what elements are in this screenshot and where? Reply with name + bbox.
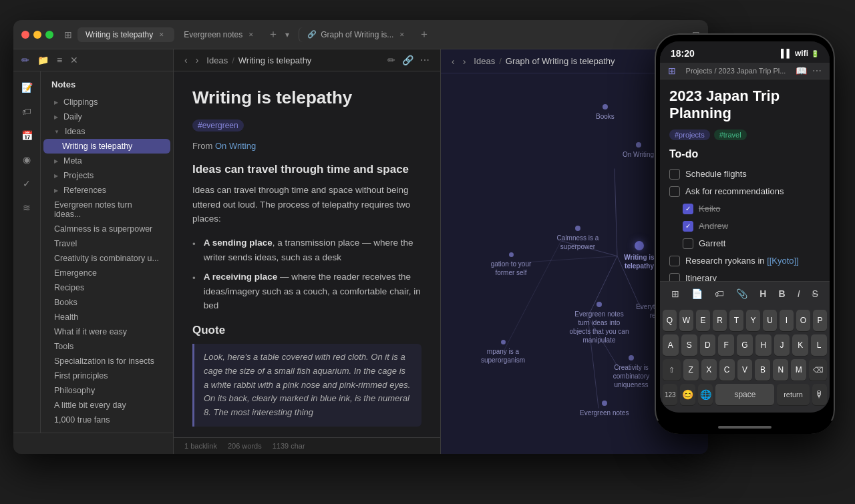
- share-nav-icon[interactable]: ◉: [16, 149, 37, 170]
- checkbox-schedule[interactable]: [669, 169, 680, 180]
- key-mic[interactable]: 🎙: [812, 384, 827, 405]
- key-space[interactable]: space: [715, 384, 774, 405]
- phone-todo-garrett[interactable]: Garrett: [669, 235, 820, 252]
- note-content[interactable]: Writing is telepathy #evergreen From On …: [174, 71, 440, 437]
- key-e[interactable]: E: [696, 310, 710, 331]
- more-icon[interactable]: ⋯: [812, 65, 822, 76]
- maximize-button[interactable]: [45, 31, 53, 39]
- tab-close-icon[interactable]: ✕: [246, 30, 256, 39]
- tab-writing-telepathy[interactable]: Writing is telepathy ✕: [77, 27, 174, 42]
- sidebar-item-projects[interactable]: ▶ Projects: [43, 168, 170, 183]
- sidebar-item-ideas[interactable]: ▼ Ideas: [43, 124, 170, 139]
- key-k[interactable]: K: [792, 334, 808, 356]
- format-strike-icon[interactable]: S: [808, 286, 822, 302]
- back-button[interactable]: ‹: [184, 55, 188, 65]
- more-icon[interactable]: ⋯: [420, 55, 430, 65]
- key-p[interactable]: P: [813, 310, 827, 331]
- format-attach-icon[interactable]: 📎: [732, 286, 751, 302]
- key-globe[interactable]: 🌐: [698, 384, 713, 405]
- sidebar-icon[interactable]: ⊞: [668, 65, 676, 76]
- format-h-icon[interactable]: H: [755, 286, 770, 302]
- sidebar-item-books[interactable]: Books: [43, 295, 170, 310]
- notes-nav-icon[interactable]: 📝: [16, 77, 37, 98]
- phone-todo-schedule[interactable]: Schedule flights: [669, 166, 820, 183]
- sidebar-item-little-bit[interactable]: A little bit every day: [43, 398, 170, 413]
- graph-node-books[interactable]: Books: [596, 104, 615, 121]
- sidebar-item-writing-telepathy[interactable]: Writing is telepathy: [43, 139, 170, 154]
- tab-graph[interactable]: 🔗 Graph of Writing is... ✕: [299, 27, 415, 42]
- key-g[interactable]: G: [737, 334, 753, 356]
- sidebar-item-tools[interactable]: Tools: [43, 339, 170, 354]
- checkbox-garrett[interactable]: [683, 238, 693, 249]
- sidebar-item-true-fans[interactable]: 1,000 true fans: [43, 413, 170, 427]
- from-link[interactable]: On Writing: [215, 141, 256, 151]
- format-italic-icon[interactable]: I: [794, 286, 804, 302]
- breadcrumb-root[interactable]: Ideas: [206, 55, 228, 65]
- phone-todo-recommendations[interactable]: Ask for recommendations: [669, 183, 820, 200]
- checkbox-keiko[interactable]: ✓: [683, 204, 693, 214]
- key-f[interactable]: F: [718, 334, 734, 356]
- tags-nav-icon[interactable]: 🏷: [16, 101, 37, 122]
- phone-todo-keiko[interactable]: ✓ Keiko: [669, 200, 820, 218]
- tab-dropdown-icon[interactable]: ▾: [283, 27, 292, 42]
- link-icon[interactable]: 🔗: [402, 55, 413, 65]
- graph-node-combinatory[interactable]: Creativity is combinatory uniqueness: [601, 355, 661, 389]
- sidebar-item-philosophy[interactable]: Philosophy: [43, 383, 170, 398]
- key-j[interactable]: J: [774, 334, 790, 356]
- new-tab-button[interactable]: ＋: [265, 27, 281, 43]
- checkbox-itinerary[interactable]: [669, 273, 680, 281]
- calendar-nav-icon[interactable]: 📅: [16, 125, 37, 146]
- phone-tag-travel[interactable]: #travel: [714, 130, 747, 140]
- sidebar-item-health[interactable]: Health: [43, 310, 170, 324]
- key-emoji[interactable]: 😊: [680, 384, 695, 405]
- sidebar-item-first-principles[interactable]: First principles: [43, 368, 170, 383]
- sidebar-item-meta[interactable]: ▶ Meta: [43, 154, 170, 168]
- key-b[interactable]: B: [755, 359, 770, 381]
- activity-nav-icon[interactable]: ≋: [16, 197, 37, 218]
- forward-button[interactable]: ›: [196, 55, 199, 65]
- format-tag-icon[interactable]: 🏷: [711, 286, 728, 302]
- new-tab-button-2[interactable]: ＋: [416, 27, 432, 43]
- graph-breadcrumb-root[interactable]: Ideas: [474, 56, 495, 66]
- key-q[interactable]: Q: [663, 310, 677, 331]
- tab-close-icon[interactable]: ✕: [157, 30, 166, 39]
- key-l[interactable]: L: [811, 334, 827, 356]
- graph-back-button[interactable]: ‹: [452, 56, 455, 67]
- format-bold-icon[interactable]: B: [774, 286, 789, 302]
- graph-node-calmness[interactable]: Calmness is a superpower: [548, 226, 608, 251]
- folder-icon[interactable]: 📁: [37, 55, 49, 65]
- sidebar-item-recipes[interactable]: Recipes: [43, 280, 170, 295]
- close-panel-icon[interactable]: ✕: [70, 55, 78, 65]
- key-m[interactable]: M: [791, 359, 806, 381]
- sidebar-toggle-icon[interactable]: ⊞: [64, 29, 72, 40]
- sidebar-item-references[interactable]: ▶ References: [43, 183, 170, 198]
- close-button[interactable]: [21, 31, 29, 39]
- sidebar-item-evergreen-ideas[interactable]: Evergreen notes turn ideas...: [43, 198, 170, 222]
- sidebar-item-clippings[interactable]: ▶ Clippings: [43, 95, 170, 109]
- key-return[interactable]: return: [777, 384, 809, 405]
- key-u[interactable]: U: [763, 310, 777, 331]
- key-a[interactable]: A: [663, 334, 679, 356]
- key-z[interactable]: Z: [683, 359, 699, 381]
- key-num[interactable]: 123: [663, 384, 677, 405]
- new-note-icon[interactable]: ✏: [21, 55, 29, 65]
- checkbox-recommendations[interactable]: [669, 186, 680, 197]
- phone-tag-projects[interactable]: #projects: [669, 130, 710, 140]
- key-i[interactable]: I: [780, 310, 794, 331]
- format-block-icon[interactable]: ⊞: [667, 286, 683, 302]
- checkbox-andrew[interactable]: ✓: [683, 221, 693, 232]
- graph-node-on-writing[interactable]: On Writing: [623, 142, 654, 159]
- tag-badge[interactable]: #evergreen: [192, 119, 244, 132]
- tab-close-icon[interactable]: ✕: [397, 30, 407, 39]
- key-c[interactable]: C: [719, 359, 735, 381]
- key-x[interactable]: X: [701, 359, 717, 381]
- key-w[interactable]: W: [679, 310, 693, 331]
- phone-content[interactable]: 2023 Japan Trip Planning #projects #trav…: [660, 79, 830, 281]
- tasks-nav-icon[interactable]: ✓: [16, 173, 37, 194]
- key-t[interactable]: T: [729, 310, 743, 331]
- key-shift[interactable]: ⇧: [663, 359, 681, 381]
- key-h[interactable]: H: [755, 334, 772, 356]
- sidebar-item-specialization[interactable]: Specialization is for insects: [43, 354, 170, 368]
- edit-icon[interactable]: ✏: [387, 55, 395, 65]
- key-y[interactable]: Y: [746, 310, 760, 331]
